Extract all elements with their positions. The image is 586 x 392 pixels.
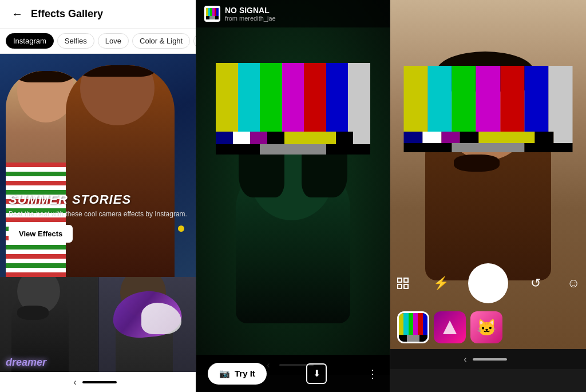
more-options-button[interactable]: ⋮ bbox=[367, 367, 378, 381]
panel2-top-bar: NO SIGNAL from meredith_jae bbox=[196, 0, 390, 27]
camera-controls: ⚡ ↺ ☺ bbox=[390, 263, 586, 303]
panel2-bg bbox=[196, 0, 390, 355]
panel1-content: SUMMER STORIES Beat the heat with these … bbox=[0, 54, 196, 372]
tabs-row: Instagram Selfies Love Color & Light Cam… bbox=[0, 29, 196, 54]
save-icon[interactable]: ⬇ bbox=[306, 363, 327, 384]
svg-rect-0 bbox=[398, 278, 402, 282]
tv-bars-panel3 bbox=[404, 66, 573, 152]
effects-gallery-panel: ← Effects Gallery Instagram Selfies Love… bbox=[0, 0, 196, 392]
grid-item-mask[interactable]: 🔮 bbox=[98, 277, 196, 372]
panel-title: Effects Gallery bbox=[31, 8, 103, 20]
tab-selfies[interactable]: Selfies bbox=[57, 33, 94, 49]
try-it-label: Try It bbox=[235, 369, 255, 378]
signal-icon bbox=[204, 6, 220, 22]
panel3-nav-bar: ‹ bbox=[390, 349, 586, 369]
no-signal-panel: NO SIGNAL from meredith_jae 📷 Try It ⬇ ⋮… bbox=[196, 0, 390, 392]
grid-icon[interactable] bbox=[393, 273, 413, 294]
hero-card: SUMMER STORIES Beat the heat with these … bbox=[0, 54, 196, 277]
back-button[interactable]: ← bbox=[8, 5, 26, 23]
face-effects-icon[interactable]: ☺ bbox=[563, 273, 584, 294]
flash-icon[interactable]: ⚡ bbox=[430, 273, 451, 294]
effect-name: NO SIGNAL bbox=[225, 6, 276, 15]
effect-author: from meredith_jae bbox=[225, 15, 276, 22]
dreamer-bg: dreamer 🌙 bbox=[0, 277, 98, 372]
try-it-button[interactable]: 📷 Try It bbox=[208, 363, 267, 385]
camera-panel: ⚡ ↺ ☺ bbox=[390, 0, 586, 392]
bottom-grid: dreamer 🌙 🔮 bbox=[0, 277, 196, 372]
svg-rect-3 bbox=[404, 284, 408, 288]
svg-rect-2 bbox=[398, 284, 402, 288]
tab-instagram[interactable]: Instagram bbox=[6, 33, 54, 49]
tab-love[interactable]: Love bbox=[98, 33, 129, 49]
panel1-home-bar bbox=[82, 381, 117, 383]
tv-bars-panel2 bbox=[216, 63, 370, 155]
hero-background: SUMMER STORIES Beat the heat with these … bbox=[0, 54, 196, 277]
signal-info: NO SIGNAL from meredith_jae bbox=[225, 6, 276, 22]
panel1-nav-bar: ‹ bbox=[0, 372, 196, 392]
camera-bg: ⚡ ↺ ☺ bbox=[390, 0, 586, 349]
camera-effects-row: 🐱 bbox=[390, 311, 586, 343]
capture-button[interactable] bbox=[468, 263, 508, 303]
camera-icon: 📷 bbox=[219, 369, 230, 379]
svg-rect-1 bbox=[404, 278, 408, 282]
panel2-bottom: 📷 Try It ⬇ ⋮ bbox=[196, 355, 390, 392]
svg-marker-4 bbox=[443, 320, 457, 334]
view-effects-button[interactable]: View Effects bbox=[9, 225, 73, 243]
mask-bg: 🔮 bbox=[98, 277, 196, 372]
effect-chip-tv[interactable] bbox=[397, 311, 429, 343]
panel1-header: ← Effects Gallery bbox=[0, 0, 196, 29]
grid-item-dreamer[interactable]: dreamer 🌙 bbox=[0, 277, 98, 372]
tab-color-light[interactable]: Color & Light bbox=[132, 33, 190, 49]
hero-subtitle: Beat the heat with these cool camera eff… bbox=[9, 209, 187, 219]
dreamer-text: dreamer bbox=[6, 357, 46, 369]
hero-overlay: SUMMER STORIES Beat the heat with these … bbox=[9, 192, 187, 243]
hero-title: SUMMER STORIES bbox=[9, 192, 187, 207]
effect-chip-cat[interactable]: 🐱 bbox=[470, 311, 502, 343]
flip-camera-icon[interactable]: ↺ bbox=[525, 273, 546, 294]
panel3-home-bar bbox=[473, 358, 507, 361]
effect-chip-triangle[interactable] bbox=[434, 311, 466, 343]
